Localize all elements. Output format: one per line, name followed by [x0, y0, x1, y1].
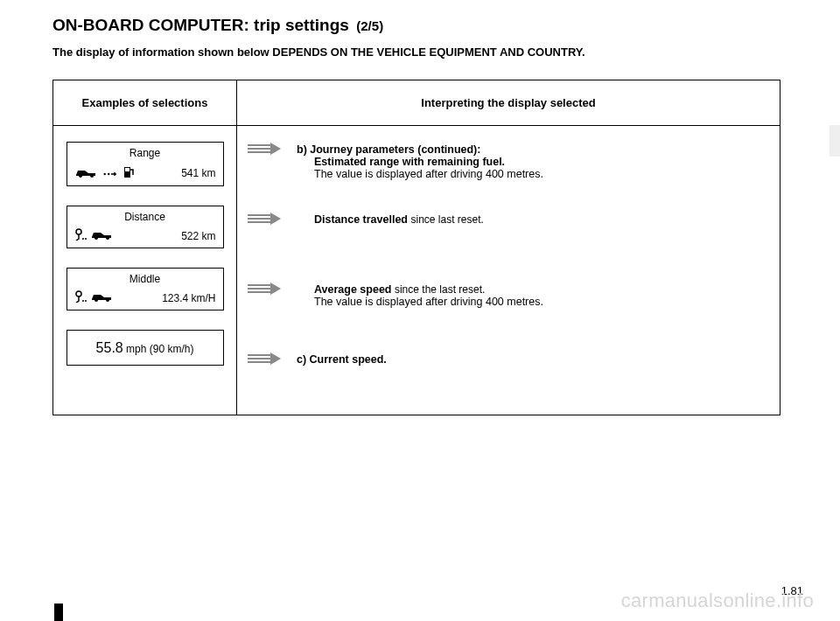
- svg-point-0: [79, 174, 82, 178]
- side-tab: [830, 125, 840, 157]
- watermark: carmanualsonline.info: [621, 590, 814, 612]
- display-box-distance: Distance 522 km: [66, 206, 224, 248]
- desc-row: c) Current speed.: [246, 352, 771, 397]
- page-subtitle: The display of information shown below D…: [52, 45, 805, 59]
- desc-line2: The value is displayed after driving 400…: [314, 296, 771, 308]
- arrow-icon: [246, 142, 283, 156]
- display-value-big: 55.8: [96, 340, 123, 355]
- interpretation-cell: b) Journey parameters (continued): Estim…: [237, 126, 780, 415]
- arrow-icon: [246, 282, 283, 296]
- desc-rest: since the last reset.: [395, 283, 485, 296]
- desc-line2: The value is displayed after driving 400…: [314, 168, 771, 180]
- display-label: Range: [74, 147, 216, 159]
- pin-car-icon: [74, 228, 115, 244]
- svg-point-3: [108, 173, 109, 175]
- arrow-icon: [246, 212, 283, 226]
- page-title-main: ON-BOARD COMPUTER: trip settings: [52, 16, 349, 34]
- display-box-range: Range 541 km: [66, 142, 224, 186]
- svg-point-9: [94, 236, 98, 240]
- desc-bold: c) Current speed.: [297, 353, 387, 366]
- svg-point-12: [82, 300, 84, 302]
- display-box-middle: Middle 123.4 km/H: [66, 268, 224, 310]
- desc-rest: since last reset.: [410, 213, 483, 226]
- svg-point-13: [85, 300, 87, 302]
- display-value: 541 km: [181, 167, 215, 179]
- header-interpreting: Interpreting the display selected: [237, 80, 780, 125]
- footer-tab: [54, 604, 63, 621]
- display-value-small: mph (90 km/h): [123, 343, 194, 355]
- page-title-sub: (2/5): [356, 18, 383, 33]
- svg-point-10: [106, 236, 109, 240]
- arrow-icon: [246, 352, 283, 366]
- display-value: 522 km: [181, 230, 215, 242]
- desc-bold: Distance travelled: [314, 213, 410, 226]
- svg-point-14: [94, 298, 98, 302]
- display-label: Middle: [74, 273, 216, 285]
- desc-row: Distance travelled since last reset.: [246, 212, 771, 257]
- svg-point-6: [76, 229, 81, 234]
- desc-row: b) Journey parameters (continued): Estim…: [246, 142, 771, 187]
- table-body-row: Range 541 km Distance: [53, 126, 780, 415]
- table-header-row: Examples of selections Interpreting the …: [53, 80, 780, 126]
- settings-table: Examples of selections Interpreting the …: [52, 80, 780, 415]
- svg-point-8: [85, 238, 87, 240]
- pin-car-icon: [74, 290, 115, 306]
- svg-point-1: [90, 174, 94, 178]
- desc-row: Average speed since the last reset. The …: [246, 282, 771, 327]
- desc-bold: Average speed: [314, 283, 395, 296]
- display-label: Distance: [74, 211, 216, 223]
- display-box-speed: 55.8 mph (90 km/h): [66, 330, 224, 366]
- svg-point-2: [103, 173, 105, 175]
- examples-cell: Range 541 km Distance: [53, 126, 237, 415]
- svg-rect-5: [125, 168, 130, 171]
- svg-point-7: [82, 238, 84, 240]
- svg-point-15: [106, 298, 109, 302]
- desc-bold: Estimated range with remaining fuel.: [314, 156, 505, 168]
- desc-heading: b) Journey parameters (continued):: [297, 143, 771, 156]
- car-to-fuel-icon: [74, 164, 135, 182]
- header-examples: Examples of selections: [53, 80, 237, 125]
- svg-point-11: [76, 291, 81, 297]
- display-value: 123.4 km/H: [162, 292, 215, 304]
